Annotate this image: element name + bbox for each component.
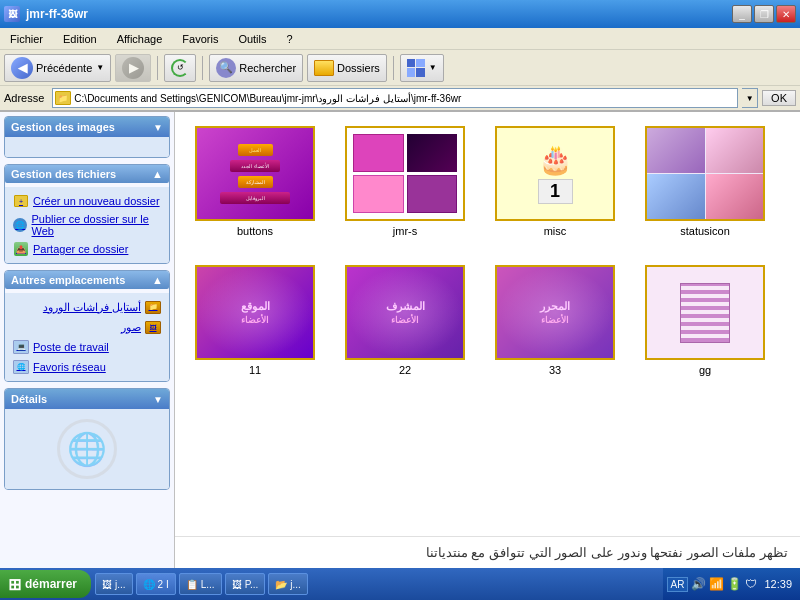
section-details: Détails ▼ 🌐 (4, 388, 170, 490)
menu-favoris[interactable]: Favoris (176, 31, 224, 47)
taskbar-item-5[interactable]: 📂 j... (268, 573, 308, 595)
forward-icon: ▶ (122, 57, 144, 79)
taskbar-item-3[interactable]: 📋 L... (179, 573, 222, 595)
clock: 12:39 (760, 578, 796, 590)
address-dropdown[interactable]: ▼ (742, 88, 758, 108)
thumbnail-33: المحرر الأعضاء (495, 265, 615, 360)
file-item-11[interactable]: الموقع الأعضاء 11 (185, 261, 325, 380)
back-button[interactable]: ◀ Précédente ▼ (4, 54, 111, 82)
section-files: Gestion des fichiers ▲ + Créer un nouvea… (4, 164, 170, 264)
file-item-22[interactable]: المشرف الأعضاء 22 (335, 261, 475, 380)
sys-icon-3: 🔋 (727, 577, 742, 591)
thumbnail-jmrs (345, 126, 465, 221)
link-publish-web[interactable]: 🌐 Publier ce dossier sur le Web (9, 211, 165, 239)
file-item-gg[interactable]: gg (635, 261, 775, 380)
section-images-title: Gestion des images (11, 121, 115, 133)
view-button[interactable]: ▼ (400, 54, 444, 82)
minimize-button[interactable]: _ (732, 5, 752, 23)
taskbar-item-1[interactable]: 🖼 j... (95, 573, 133, 595)
file-item-misc[interactable]: 🎂 1 misc (485, 122, 625, 241)
link-new-folder-label: Créer un nouveau dossier (33, 195, 160, 207)
forward-button[interactable]: ▶ (115, 54, 151, 82)
file-name-11: 11 (249, 364, 261, 376)
file-item-jmrs[interactable]: jmr-s (335, 122, 475, 241)
section-images-header[interactable]: Gestion des images ▼ (5, 117, 169, 137)
link-network[interactable]: 🌐 Favoris réseau (9, 357, 165, 377)
sys-icon-4: 🛡 (745, 577, 757, 591)
back-label: Précédente (36, 62, 92, 74)
toolbar-separator-3 (393, 56, 394, 80)
file-name-33: 33 (549, 364, 561, 376)
folders-icon (314, 60, 334, 76)
bottom-text: تظهر ملفات الصور نفتحها وندور على الصور … (175, 536, 800, 568)
taskbar-item-2[interactable]: 🌐 2 I (136, 573, 176, 595)
link-share[interactable]: 📤 Partager ce dossier (9, 239, 165, 259)
taskbar-item-4[interactable]: 🖼 P... (225, 573, 266, 595)
link-arabic-label: أستايل فراشات الورود (43, 301, 141, 314)
address-input-container[interactable]: 📁 C:\Documents and Settings\GENICOM\Bure… (52, 88, 738, 108)
link-new-folder[interactable]: + Créer un nouveau dossier (9, 191, 165, 211)
close-button[interactable]: ✕ (776, 5, 796, 23)
section-details-expand: ▼ (153, 394, 163, 405)
menu-affichage[interactable]: Affichage (111, 31, 169, 47)
taskbar-item-2-icon: 🌐 (143, 579, 155, 590)
link-publish-label: Publier ce dossier sur le Web (32, 213, 162, 237)
address-bar: Adresse 📁 C:\Documents and Settings\GENI… (0, 86, 800, 112)
left-panel: Gestion des images ▼ Gestion des fichier… (0, 112, 175, 568)
title-bar: 🖼 jmr-ff-36wr _ ❐ ✕ (0, 0, 800, 28)
address-ok-button[interactable]: OK (762, 90, 796, 106)
window-title: jmr-ff-36wr (26, 7, 88, 21)
file-item-statusicon[interactable]: statusicon (635, 122, 775, 241)
menu-edition[interactable]: Edition (57, 31, 103, 47)
link-arabic-folder[interactable]: 📁 أستايل فراشات الورود (9, 297, 165, 317)
search-label: Rechercher (239, 62, 296, 74)
section-files-expand: ▲ (152, 168, 163, 180)
sys-icon-1: 🔊 (691, 577, 706, 591)
new-folder-icon: + (13, 193, 29, 209)
search-button[interactable]: 🔍 Rechercher (209, 54, 303, 82)
section-places-header[interactable]: Autres emplacements ▲ (5, 271, 169, 289)
section-files-header[interactable]: Gestion des fichiers ▲ (5, 165, 169, 183)
taskbar: ⊞ démarrer 🖼 j... 🌐 2 I 📋 L... 🖼 P... 📂 … (0, 568, 800, 600)
section-files-title: Gestion des fichiers (11, 168, 116, 180)
address-folder-icon: 📁 (55, 91, 71, 105)
folders-button[interactable]: Dossiers (307, 54, 387, 82)
sys-icon-2: 📶 (709, 577, 724, 591)
back-icon: ◀ (11, 57, 33, 79)
share-icon: 📤 (13, 241, 29, 257)
section-places-expand: ▲ (152, 274, 163, 286)
refresh-button[interactable]: ↺ (164, 54, 196, 82)
thumbnail-22: المشرف الأعضاء (345, 265, 465, 360)
taskbar-items: 🖼 j... 🌐 2 I 📋 L... 🖼 P... 📂 j... (91, 573, 663, 595)
title-bar-left: 🖼 jmr-ff-36wr (4, 6, 88, 22)
file-name-buttons: buttons (237, 225, 273, 237)
menu-fichier[interactable]: Fichier (4, 31, 49, 47)
lang-badge[interactable]: AR (667, 577, 689, 592)
section-files-body: + Créer un nouveau dossier 🌐 Publier ce … (5, 187, 169, 263)
menu-outils[interactable]: Outils (232, 31, 272, 47)
main-area: Gestion des images ▼ Gestion des fichier… (0, 112, 800, 568)
file-name-jmrs: jmr-s (393, 225, 417, 237)
section-images: Gestion des images ▼ (4, 116, 170, 158)
link-share-label: Partager ce dossier (33, 243, 128, 255)
link-photos[interactable]: 🖼 صور (9, 317, 165, 337)
link-workstation[interactable]: 💻 Poste de travail (9, 337, 165, 357)
section-images-expand: ▼ (153, 122, 163, 133)
section-details-header[interactable]: Détails ▼ (5, 389, 169, 409)
thumbnail-statusicon (645, 126, 765, 221)
taskbar-item-5-icon: 📂 (275, 579, 287, 590)
toolbar-separator-2 (202, 56, 203, 80)
details-watermark: 🌐 (57, 419, 117, 479)
search-icon: 🔍 (216, 58, 236, 78)
start-button[interactable]: ⊞ démarrer (0, 570, 91, 598)
restore-button[interactable]: ❐ (754, 5, 774, 23)
view-icon (407, 59, 425, 77)
menu-help[interactable]: ? (281, 31, 299, 47)
photos-icon: 🖼 (145, 319, 161, 335)
thumbnail-11: الموقع الأعضاء (195, 265, 315, 360)
file-view[interactable]: العمل الأعضاء الجدد المشاركة البروفايل (175, 112, 800, 536)
toolbar: ◀ Précédente ▼ ▶ ↺ 🔍 Rechercher Dossiers… (0, 50, 800, 86)
file-name-misc: misc (544, 225, 567, 237)
file-item-33[interactable]: المحرر الأعضاء 33 (485, 261, 625, 380)
file-item-buttons[interactable]: العمل الأعضاء الجدد المشاركة البروفايل (185, 122, 325, 241)
